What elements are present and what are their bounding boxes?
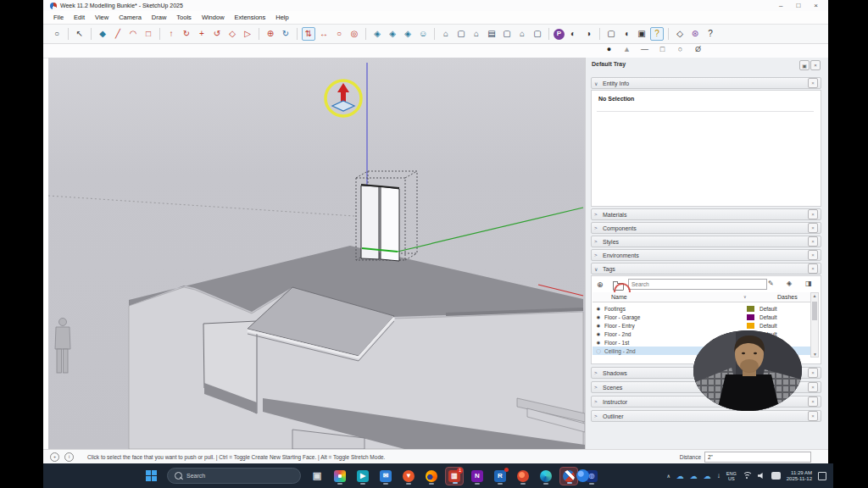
podium-icon[interactable]: P xyxy=(554,29,565,40)
layers-icon[interactable]: ◈ xyxy=(401,27,415,41)
move-icon[interactable]: + xyxy=(195,27,209,41)
dash-color-swatch[interactable] xyxy=(747,323,754,329)
tag-row[interactable]: ◉ Floor - Entry Default xyxy=(593,321,811,330)
edge-button[interactable] xyxy=(537,467,555,485)
monochrome-style-icon[interactable]: ▲ xyxy=(621,45,632,53)
panel-close-icon[interactable]: × xyxy=(808,382,818,392)
camera-edit-icon[interactable]: ▢ xyxy=(604,27,618,41)
menu-file[interactable]: File xyxy=(48,14,69,21)
tag-dashes[interactable]: Default xyxy=(760,323,777,329)
pushpull-active-icon[interactable]: ⇅ xyxy=(302,27,315,41)
model-info-icon[interactable]: ◇ xyxy=(673,27,687,41)
view-plan-icon[interactable]: ▢ xyxy=(531,27,544,41)
view-front-icon[interactable]: ⌂ xyxy=(470,27,483,41)
hiddenline-style-icon[interactable]: □ xyxy=(657,45,668,53)
menu-help[interactable]: Help xyxy=(270,14,293,21)
task-view-button[interactable]: ▣ xyxy=(308,467,326,485)
eye-visible-icon[interactable]: ◉ xyxy=(593,306,604,311)
look-around-icon[interactable]: ◖ xyxy=(620,27,633,41)
zoom-selection-icon[interactable]: ⊕ xyxy=(264,27,277,41)
scrollbar-thumb[interactable] xyxy=(812,302,817,320)
menu-draw[interactable]: Draw xyxy=(147,14,172,21)
view-iso-icon[interactable]: ⌂ xyxy=(439,27,453,41)
panel-components[interactable]: > Components × xyxy=(591,222,821,234)
wifi-icon[interactable] xyxy=(743,472,752,480)
followme-icon[interactable]: ↻ xyxy=(180,27,193,41)
maximize-button[interactable]: □ xyxy=(796,2,800,9)
flip-icon[interactable]: ▷ xyxy=(241,27,254,41)
orbit-icon[interactable]: ↻ xyxy=(279,27,292,41)
menu-tools[interactable]: Tools xyxy=(171,14,197,21)
cloud-icon[interactable]: ☁ xyxy=(704,472,711,480)
panel-tags[interactable]: ∨ Tags × xyxy=(591,263,821,274)
eye-visible-icon[interactable]: ◉ xyxy=(593,331,604,336)
info-icon[interactable]: i xyxy=(64,452,74,462)
onenote-button[interactable]: N xyxy=(468,467,487,485)
purge-tags-icon[interactable]: ◨ xyxy=(805,280,812,287)
dashes-column-header[interactable]: Dashes xyxy=(777,294,798,300)
tag-dashes[interactable]: Default xyxy=(760,314,777,320)
classroom-app-button[interactable]: ▥1 xyxy=(445,467,464,485)
scroll-down-icon[interactable]: ▼ xyxy=(813,352,817,357)
components-icon[interactable]: ◈ xyxy=(386,27,399,41)
panel-close-icon[interactable]: × xyxy=(808,396,818,407)
media-app-button[interactable]: ▶ xyxy=(353,467,372,485)
menu-camera[interactable]: Camera xyxy=(114,14,147,21)
panel-outliner[interactable]: > Outliner × xyxy=(591,410,821,422)
language-indicator[interactable]: ENG US xyxy=(726,471,737,481)
pushpull-icon[interactable]: ↑ xyxy=(164,27,178,41)
geolocation-icon[interactable]: ☺ xyxy=(416,27,430,41)
measurement-input[interactable] xyxy=(704,452,811,463)
view-back-icon[interactable]: ▢ xyxy=(500,27,514,41)
panel-styles[interactable]: > Styles × xyxy=(591,236,821,247)
menu-edit[interactable]: Edit xyxy=(69,14,90,21)
arc-icon[interactable]: ◠ xyxy=(126,27,140,41)
tray-close-icon[interactable]: × xyxy=(810,60,821,70)
zoom-extents-icon[interactable]: ◎ xyxy=(348,27,361,41)
tag-icon[interactable]: ◈ xyxy=(787,280,792,287)
cloud-icon[interactable]: ☁ xyxy=(676,472,684,480)
sketchup-taskbar-button[interactable] xyxy=(559,467,578,485)
notification-center-icon[interactable] xyxy=(818,472,826,480)
tray-dock-icon[interactable]: ▣ xyxy=(799,60,810,70)
eraser-icon[interactable]: ◆ xyxy=(96,27,109,41)
stretch-icon[interactable]: ↔ xyxy=(317,27,331,41)
sandbox-icon[interactable]: ◈ xyxy=(370,27,384,41)
line-icon[interactable]: ╱ xyxy=(111,27,125,41)
eye-visible-icon[interactable]: ◉ xyxy=(593,340,604,345)
scale-icon[interactable]: ◇ xyxy=(225,27,239,41)
chevron-down-icon[interactable]: ∨ xyxy=(743,294,747,299)
rstudio-button[interactable]: R xyxy=(491,467,509,485)
eye-visible-icon[interactable]: ◉ xyxy=(593,314,604,319)
speaker-icon[interactable] xyxy=(758,473,765,480)
view-right-icon[interactable]: ▤ xyxy=(485,27,498,41)
tray-chevron-icon[interactable]: ∧ xyxy=(666,473,670,479)
panel-close-icon[interactable]: × xyxy=(808,223,818,233)
viewport-canvas[interactable] xyxy=(48,58,585,449)
pencil-icon[interactable]: ✎ xyxy=(768,280,774,287)
wireframe-style-icon[interactable]: — xyxy=(639,45,650,53)
photo-match-icon[interactable]: ▣ xyxy=(635,27,648,41)
tag-dashes[interactable]: Default xyxy=(760,306,777,312)
hidden-geometry-icon[interactable]: Ø xyxy=(693,45,704,53)
photos-app-button[interactable] xyxy=(331,467,349,485)
dash-color-swatch[interactable] xyxy=(747,314,754,320)
tag-row[interactable]: ◉ Floor - Garage Default xyxy=(593,313,811,321)
clock[interactable]: 11:29 AM 2025-11-12 xyxy=(787,470,812,482)
panel-close-icon[interactable]: × xyxy=(808,78,818,88)
close-button[interactable]: × xyxy=(814,2,818,9)
view-left-icon[interactable]: ⌂ xyxy=(515,27,529,41)
select-icon[interactable]: ↖ xyxy=(73,27,86,41)
minimize-button[interactable]: – xyxy=(779,2,782,9)
panel-close-icon[interactable]: × xyxy=(808,368,818,378)
panel-environments[interactable]: > Environments × xyxy=(591,249,821,261)
zoom-icon[interactable]: ○ xyxy=(332,27,346,41)
extension-warehouse-icon[interactable]: ⊛ xyxy=(688,27,702,41)
menu-view[interactable]: View xyxy=(90,14,114,21)
tags-scrollbar[interactable]: ▲▼ xyxy=(810,292,819,358)
mail-app-button[interactable]: ✉ xyxy=(376,467,395,485)
start-button[interactable] xyxy=(146,470,157,481)
section-plane-icon[interactable]: ◐ xyxy=(566,27,580,41)
panel-materials[interactable]: > Materials × xyxy=(591,208,821,220)
firefox-button[interactable] xyxy=(422,467,441,485)
